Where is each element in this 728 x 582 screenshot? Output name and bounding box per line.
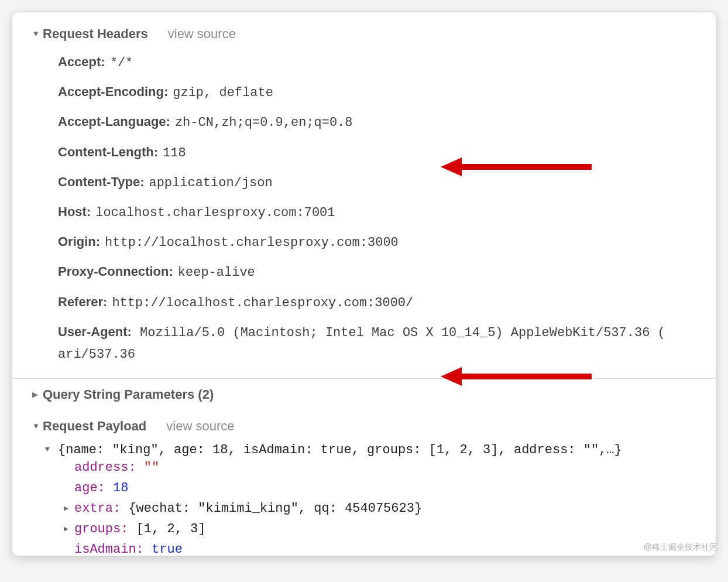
devtools-network-panel: Request Headers view source Accept: */* … [12,12,716,556]
header-name: Content-Length: [58,142,158,162]
watermark-text: @稀土掘金技术社区 [644,542,717,553]
payload-prop-age[interactable]: age: 18 [74,478,716,498]
section-header: Request Payload view source [12,419,716,440]
payload-key: groups: [74,522,128,536]
tree-toggle-icon[interactable] [45,445,50,454]
view-source-link[interactable]: view source [166,419,234,434]
section-request-headers: Request Headers view source Accept: */* … [12,23,716,376]
header-value: 118 [163,143,186,163]
header-value: gzip, deflate [173,83,273,103]
header-name: Content-Type: [58,172,144,192]
header-row-user-agent: User-Agent: Mozilla/5.0 (Macintosh; Inte… [58,317,716,369]
payload-key: extra: [74,501,121,516]
header-name: Accept-Encoding: [58,81,168,102]
payload-key: isAdmain: [74,542,144,556]
header-row-accept-language: Accept-Language: zh-CN,zh;q=0.9,en;q=0.8 [58,107,716,137]
header-value: http://localhost.charlesproxy.com:3000/ [112,293,413,313]
payload-root[interactable]: {name: "king", age: 18, isAdmain: true, … [58,440,716,556]
header-name: Referer: [58,292,107,312]
header-name: Origin: [58,231,100,252]
section-query-string: Query String Parameters (2) [12,384,716,415]
payload-key: address: [74,460,136,475]
disclosure-toggle[interactable] [32,389,38,399]
disclosure-toggle[interactable] [32,421,40,430]
payload-value: true [152,542,183,556]
view-source-link[interactable]: view source [168,26,236,42]
section-header: Request Headers view source [12,26,716,47]
header-value: zh-CN,zh;q=0.9,en;q=0.8 [175,112,353,133]
payload-prop-groups[interactable]: groups: [1, 2, 3] [74,519,716,539]
section-divider [12,378,716,379]
payload-summary: {name: "king", age: 18, isAdmain: true, … [58,443,622,457]
header-row-origin: Origin: http://localhost.charlesproxy.co… [58,227,716,257]
header-value-wrap: ari/537.36 [58,347,135,362]
payload-key: age: [74,481,105,495]
payload-value: 18 [113,481,128,495]
header-row-proxy-connection: Proxy-Connection: keep-alive [58,257,716,287]
section-title[interactable]: Request Headers [43,26,148,42]
section-title[interactable]: Request Payload [43,419,146,434]
payload-prop-address[interactable]: address: "" [74,457,716,478]
header-value: Mozilla/5.0 (Macintosh; Intel Mac OS X 1… [140,326,665,340]
header-name: Host: [58,201,91,222]
header-name: Proxy-Connection: [58,261,173,282]
header-row-referer: Referer: http://localhost.charlesproxy.c… [58,287,716,317]
header-row-accept: Accept: */* [58,47,716,77]
payload-value: {wechat: "kimimi_king", qq: 454075623} [128,501,422,516]
header-name: Accept: [58,52,105,72]
payload-prop-isadmain[interactable]: isAdmain: true [74,539,716,556]
tree-toggle-icon[interactable] [64,504,68,513]
header-name: User-Agent: [58,324,132,339]
section-title[interactable]: Query String Parameters (2) [43,387,214,402]
header-row-content-type: Content-Type: application/json [58,167,716,197]
header-value: application/json [149,173,272,193]
disclosure-toggle[interactable] [32,29,40,38]
section-header: Query String Parameters (2) [12,387,716,408]
header-value: http://localhost.charlesproxy.com:3000 [105,232,399,253]
payload-value: "" [144,460,159,475]
header-row-host: Host: localhost.charlesproxy.com:7001 [58,197,716,227]
header-value: localhost.charlesproxy.com:7001 [95,203,335,223]
header-name: Accept-Language: [58,111,170,132]
header-value: */* [110,53,133,73]
header-value: keep-alive [178,262,255,283]
section-request-payload: Request Payload view source {name: "king… [12,415,716,556]
header-row-accept-encoding: Accept-Encoding: gzip, deflate [58,77,716,107]
header-row-content-length: Content-Length: 118 [58,138,716,167]
request-headers-list: Accept: */* Accept-Encoding: gzip, defla… [12,47,716,369]
payload-prop-extra[interactable]: extra: {wechat: "kimimi_king", qq: 45407… [74,498,716,519]
tree-toggle-icon[interactable] [64,524,68,533]
payload-tree: {name: "king", age: 18, isAdmain: true, … [12,440,716,556]
payload-value: [1, 2, 3] [136,522,206,536]
